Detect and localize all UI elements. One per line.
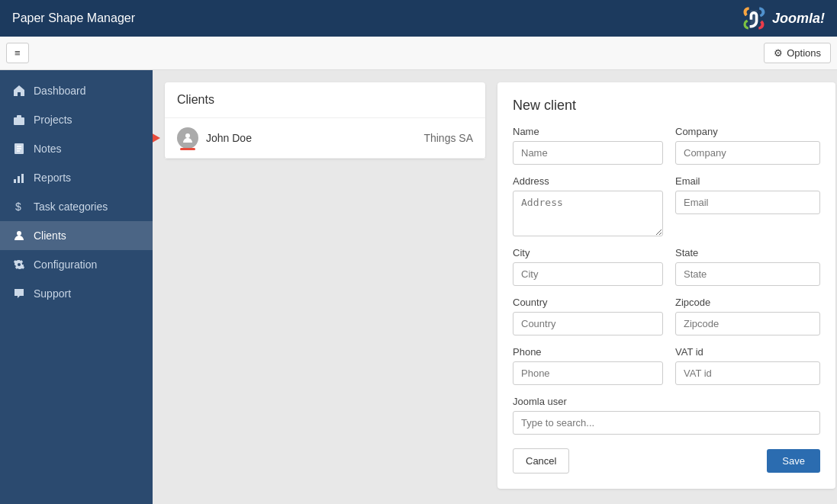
- sidebar-item-configuration[interactable]: Configuration: [0, 250, 153, 279]
- options-button[interactable]: ⚙ Options: [764, 43, 831, 63]
- client-company: Things SA: [423, 132, 473, 144]
- app-title: Paper Shape Manager: [12, 11, 135, 25]
- main-layout: Dashboard Projects Notes: [0, 70, 837, 504]
- sidebar-label-projects: Projects: [34, 114, 72, 126]
- clients-panel-title: Clients: [177, 93, 214, 106]
- svg-rect-5: [14, 179, 16, 183]
- sidebar-item-task-categories[interactable]: $ Task categories: [0, 192, 153, 221]
- name-input[interactable]: [513, 141, 663, 165]
- address-label: Address: [513, 175, 663, 187]
- email-field-group: Email: [675, 175, 820, 236]
- state-label: State: [675, 247, 820, 258]
- sidebar-item-clients[interactable]: Clients: [0, 221, 153, 250]
- app-header: Paper Shape Manager Joomla!: [0, 0, 837, 37]
- name-label: Name: [513, 126, 663, 137]
- vat-label: VAT id: [675, 346, 820, 358]
- svg-rect-6: [18, 176, 20, 183]
- clients-list-panel: Clients John Doe Things SA: [165, 82, 485, 159]
- note-icon: [12, 142, 26, 156]
- arrow-head: [153, 132, 160, 144]
- city-field-group: City: [513, 247, 663, 286]
- joomla-user-label: Joomla user: [513, 396, 820, 407]
- toolbar: ≡ ⚙ Options: [0, 37, 837, 70]
- sidebar-label-support: Support: [34, 287, 71, 300]
- sidebar-item-notes[interactable]: Notes: [0, 134, 153, 163]
- vat-input[interactable]: [675, 361, 820, 385]
- briefcase-icon: [12, 113, 26, 127]
- country-label: Country: [513, 297, 663, 308]
- sidebar: Dashboard Projects Notes: [0, 70, 153, 504]
- name-field-group: Name: [513, 126, 663, 165]
- phone-input[interactable]: [513, 361, 663, 385]
- country-input[interactable]: [513, 312, 663, 335]
- sidebar-label-notes: Notes: [34, 143, 62, 155]
- joomla-user-field-group: Joomla user: [513, 396, 820, 435]
- avatar: [177, 127, 198, 149]
- zipcode-input[interactable]: [675, 312, 820, 335]
- svg-point-9: [17, 231, 21, 236]
- svg-text:$: $: [15, 201, 21, 213]
- hamburger-icon: ≡: [14, 47, 21, 59]
- country-field-group: Country: [513, 297, 663, 335]
- save-button[interactable]: Save: [767, 449, 820, 473]
- client-name: John Doe: [206, 132, 252, 144]
- form-actions: Cancel Save: [513, 448, 820, 474]
- sidebar-item-support[interactable]: Support: [0, 279, 153, 308]
- sidebar-label-configuration: Configuration: [34, 258, 97, 271]
- sidebar-item-projects[interactable]: Projects: [0, 105, 153, 134]
- new-client-title: New client: [513, 98, 820, 114]
- city-input[interactable]: [513, 262, 663, 286]
- client-row-left: John Doe: [177, 127, 252, 149]
- sidebar-label-dashboard: Dashboard: [34, 85, 86, 97]
- person-icon: [12, 229, 26, 242]
- phone-field-group: Phone: [513, 346, 663, 385]
- svg-point-10: [185, 133, 190, 138]
- state-input[interactable]: [675, 262, 820, 286]
- email-label: Email: [675, 175, 820, 187]
- menu-toggle-button[interactable]: ≡: [6, 43, 29, 63]
- gear-icon: [12, 258, 26, 271]
- house-icon: [12, 84, 26, 98]
- client-row[interactable]: John Doe Things SA: [165, 118, 485, 159]
- chat-icon: [12, 287, 26, 300]
- cancel-button[interactable]: Cancel: [513, 448, 569, 474]
- gear-icon: ⚙: [774, 47, 783, 59]
- red-arrow: [153, 132, 160, 144]
- address-input[interactable]: [513, 191, 663, 236]
- sidebar-item-dashboard[interactable]: Dashboard: [0, 76, 153, 105]
- form-grid: Name Company Address Email: [513, 126, 820, 435]
- zipcode-label: Zipcode: [675, 297, 820, 308]
- svg-rect-7: [21, 174, 24, 183]
- options-label: Options: [787, 47, 821, 59]
- dollar-icon: $: [12, 200, 26, 213]
- email-input[interactable]: [675, 191, 820, 214]
- company-field-group: Company: [675, 126, 820, 165]
- joomla-text: Joomla!: [772, 11, 825, 27]
- sidebar-item-reports[interactable]: Reports: [0, 163, 153, 192]
- toolbar-left: ≡: [6, 43, 29, 63]
- bar-chart-icon: [12, 171, 26, 185]
- city-label: City: [513, 247, 663, 258]
- content-area: Clients John Doe Things SA: [153, 70, 837, 504]
- sidebar-label-task-categories: Task categories: [34, 201, 108, 213]
- vat-field-group: VAT id: [675, 346, 820, 385]
- company-label: Company: [675, 126, 820, 137]
- company-input[interactable]: [675, 141, 820, 165]
- avatar-indicator: [180, 148, 195, 150]
- state-field-group: State: [675, 247, 820, 286]
- clients-panel-header: Clients: [165, 82, 485, 118]
- joomla-logo: Joomla!: [740, 5, 825, 32]
- joomla-user-input[interactable]: [513, 411, 820, 435]
- address-field-group: Address: [513, 175, 663, 236]
- sidebar-label-reports: Reports: [34, 172, 71, 184]
- new-client-panel: New client Name Company Address: [497, 82, 835, 489]
- phone-label: Phone: [513, 346, 663, 358]
- zipcode-field-group: Zipcode: [675, 297, 820, 335]
- svg-rect-0: [14, 117, 24, 125]
- sidebar-label-clients: Clients: [34, 230, 66, 242]
